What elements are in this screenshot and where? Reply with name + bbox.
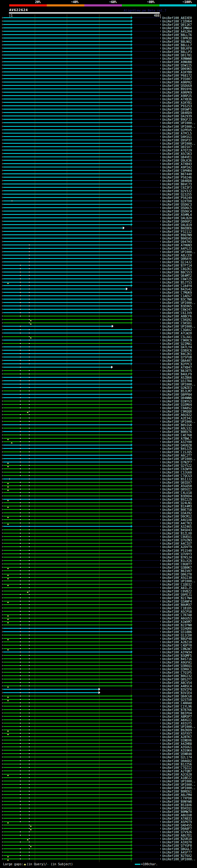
hit-bar[interactable] <box>3 505 131 506</box>
hit-bar[interactable] <box>3 682 131 683</box>
hit-bar[interactable] <box>3 391 131 391</box>
hit-bar[interactable] <box>3 221 131 222</box>
hit-bar[interactable] <box>3 634 131 636</box>
hit-bar[interactable] <box>3 350 131 351</box>
hit-bar[interactable] <box>3 736 131 737</box>
hit-bar[interactable] <box>3 485 131 486</box>
hit-bar[interactable] <box>3 652 131 652</box>
hit-bar[interactable] <box>3 716 131 717</box>
hit-bar[interactable] <box>3 780 131 781</box>
hit-bar[interactable] <box>3 417 131 418</box>
hit-bar[interactable] <box>3 828 131 829</box>
hit-bar[interactable] <box>3 48 131 49</box>
hit-bar[interactable] <box>3 248 131 249</box>
hit-bar[interactable] <box>3 71 131 72</box>
hit-bar[interactable] <box>3 380 131 381</box>
hit-bar[interactable] <box>3 516 131 517</box>
hit-bar[interactable] <box>3 804 131 805</box>
hit-bar[interactable] <box>3 546 131 547</box>
hit-bar[interactable] <box>3 299 131 300</box>
hit-bar[interactable] <box>3 841 131 842</box>
hit-bar[interactable] <box>3 550 131 551</box>
hit-bar[interactable] <box>3 68 131 69</box>
hit-bar[interactable] <box>3 577 131 578</box>
hit-bar[interactable] <box>3 78 131 79</box>
hit-bar[interactable] <box>3 852 131 852</box>
hit-bar[interactable] <box>3 227 123 228</box>
hit-bar[interactable] <box>3 441 131 442</box>
hit-bar[interactable] <box>3 482 131 483</box>
hit-bar[interactable] <box>3 251 131 252</box>
hit-bar[interactable] <box>3 760 131 761</box>
hit-bar[interactable] <box>3 495 131 496</box>
hit-bar[interactable] <box>3 17 131 18</box>
hit-bar[interactable] <box>3 302 131 303</box>
hit-bar[interactable] <box>3 384 131 384</box>
hit-bar[interactable] <box>3 529 131 530</box>
hit-bar[interactable] <box>3 356 131 358</box>
hit-bar[interactable] <box>3 567 131 568</box>
hit-bar[interactable] <box>3 638 131 639</box>
hit-bar[interactable] <box>3 746 131 747</box>
hit-bar[interactable] <box>3 692 98 693</box>
hit-label[interactable]: UniRef100_UPI000.. <box>162 858 195 861</box>
hit-bar[interactable] <box>3 655 131 656</box>
hit-bar[interactable] <box>3 764 131 765</box>
hit-bar[interactable] <box>3 98 131 99</box>
hit-bar[interactable] <box>3 574 131 575</box>
hit-bar[interactable] <box>3 539 131 540</box>
hit-bar[interactable] <box>3 679 131 680</box>
hit-bar[interactable] <box>3 614 131 615</box>
hit-bar[interactable] <box>3 75 131 76</box>
hit-bar[interactable] <box>3 160 131 161</box>
hit-bar[interactable] <box>3 204 131 205</box>
hit-bar[interactable] <box>3 343 131 344</box>
hit-bar[interactable] <box>3 24 131 25</box>
hit-bar[interactable] <box>3 445 131 445</box>
hit-bar[interactable] <box>3 618 131 619</box>
hit-bar[interactable] <box>3 560 131 561</box>
hit-bar[interactable] <box>3 21 131 22</box>
hit-bar[interactable] <box>3 672 131 673</box>
hit-bar[interactable] <box>3 166 131 167</box>
hit-bar[interactable] <box>3 217 131 218</box>
hit-bar[interactable] <box>3 428 131 429</box>
hit-bar[interactable] <box>3 601 131 602</box>
hit-bar[interactable] <box>3 336 131 337</box>
hit-bar[interactable] <box>3 421 131 422</box>
hit-bar[interactable] <box>3 190 131 191</box>
hit-bar[interactable] <box>3 462 131 463</box>
hit-bar[interactable] <box>3 329 131 330</box>
hit-bar[interactable] <box>3 563 131 564</box>
hit-bar[interactable] <box>3 523 131 523</box>
hit-bar[interactable] <box>3 513 131 513</box>
hit-bar[interactable] <box>3 41 131 42</box>
hit-bar[interactable] <box>3 231 131 232</box>
hit-bar[interactable] <box>3 180 131 181</box>
hit-bar[interactable] <box>3 621 131 622</box>
hit-bar[interactable] <box>3 581 131 581</box>
hit-bar[interactable] <box>3 465 131 466</box>
hit-bar[interactable] <box>3 665 131 666</box>
hit-bar[interactable] <box>3 207 131 208</box>
hit-bar[interactable] <box>3 608 131 609</box>
hit-bar[interactable] <box>3 723 131 723</box>
hit-bar[interactable] <box>3 373 131 374</box>
hit-bar[interactable] <box>3 726 131 727</box>
hit-bar[interactable] <box>3 156 131 157</box>
hit-bar[interactable] <box>3 214 131 215</box>
hit-bar[interactable] <box>3 61 131 62</box>
hit-bar[interactable] <box>3 798 131 798</box>
hit-bar[interactable] <box>3 685 131 686</box>
hit-bar[interactable] <box>3 821 131 822</box>
hit-bar[interactable] <box>3 309 131 310</box>
hit-bar[interactable] <box>3 272 131 273</box>
hit-bar[interactable] <box>3 855 131 856</box>
hit-bar[interactable] <box>3 848 131 849</box>
hit-bar[interactable] <box>3 658 131 659</box>
hit-bar[interactable] <box>3 434 131 435</box>
hit-bar[interactable] <box>3 326 112 327</box>
hit-bar[interactable] <box>3 407 131 408</box>
hit-bar[interactable] <box>3 713 131 713</box>
hit-bar[interactable] <box>3 438 131 439</box>
